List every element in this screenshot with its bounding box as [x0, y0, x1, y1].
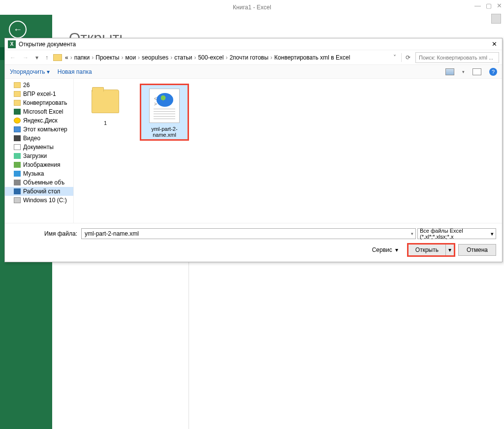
workbook-title: Книга1 - Excel: [233, 4, 271, 11]
minimize-icon[interactable]: —: [474, 2, 481, 9]
open-file-dialog: X Открытие документа ✕ ← → ▾ ↑ «› папки›…: [4, 38, 503, 262]
folder-icon: [14, 100, 21, 106]
new-folder-button[interactable]: Новая папка: [58, 68, 92, 75]
excel-icon: [14, 109, 21, 115]
tree-node-label: Конвертировать: [23, 99, 67, 106]
tree-node-label: Объемные объ: [23, 179, 64, 186]
docs-icon: [14, 144, 21, 150]
nav-forward-button[interactable]: →: [21, 53, 31, 62]
refresh-button[interactable]: ⟳: [401, 53, 412, 62]
search-input[interactable]: [415, 52, 499, 63]
filename-label: Имя файла:: [44, 230, 77, 237]
tree-node-label: Microsoft Excel: [23, 108, 63, 115]
folder-icon: [53, 54, 62, 61]
tree-node[interactable]: Рабочий стол: [5, 187, 73, 196]
nav-recent-dropdown[interactable]: ▾: [33, 53, 40, 62]
xml-file-label: yml-part-2-name.xml: [143, 126, 186, 138]
folder-icon: [14, 91, 21, 97]
video-icon: [14, 135, 21, 141]
preview-pane-button[interactable]: [472, 68, 481, 75]
tree-node[interactable]: Изображения: [5, 160, 73, 169]
back-button[interactable]: ←: [9, 21, 27, 38]
tree-node[interactable]: 26: [5, 81, 73, 90]
music-icon: [14, 171, 21, 177]
dl-icon: [14, 153, 21, 159]
chevron-down-icon: ▾: [395, 246, 398, 253]
excel-titlebar: Книга1 - Excel — ▢ ✕: [0, 0, 504, 15]
tree-node[interactable]: Windows 10 (C:): [5, 196, 73, 205]
tree-node[interactable]: Музыка: [5, 169, 73, 178]
close-icon[interactable]: ✕: [497, 2, 502, 9]
dialog-title: Открытие документа: [19, 41, 76, 48]
tree-node-label: Рабочий стол: [23, 188, 60, 195]
tree-node-label: Яндекс.Диск: [23, 117, 58, 124]
view-options-button[interactable]: [445, 68, 454, 75]
tree-node-label: Этот компьютер: [23, 126, 67, 133]
xml-file-item[interactable]: yml-part-2-name.xml: [140, 84, 189, 141]
tree-node-label: Windows 10 (C:): [23, 197, 67, 204]
folder-tree: 26ВПР excel-1КонвертироватьMicrosoft Exc…: [5, 79, 74, 223]
breadcrumb-dropdown[interactable]: ˅: [391, 53, 398, 62]
pc-icon: [14, 126, 21, 132]
folder-item[interactable]: 1: [81, 84, 130, 129]
service-menu[interactable]: Сервис ▾: [372, 246, 398, 253]
content-divider: [189, 262, 189, 429]
tree-node[interactable]: Видео: [5, 134, 73, 143]
img-icon: [14, 162, 21, 168]
backstage-sidebar-extend: [0, 262, 52, 429]
user-avatar[interactable]: [491, 14, 501, 24]
file-list: 1 yml-part-2-name.xml: [74, 79, 502, 223]
tree-node[interactable]: ВПР excel-1: [5, 90, 73, 98]
dialog-close-button[interactable]: ✕: [490, 40, 499, 48]
tree-node-label: Документы: [23, 144, 54, 151]
nav-up-button[interactable]: ↑: [43, 53, 50, 62]
organize-menu[interactable]: Упорядочить ▾: [10, 68, 50, 75]
tree-node[interactable]: Яндекс.Диск: [5, 116, 73, 125]
tree-node-label: ВПР excel-1: [23, 91, 56, 97]
xml-file-icon: [149, 89, 180, 123]
cancel-button[interactable]: Отмена: [458, 244, 496, 256]
excel-icon: X: [8, 40, 16, 48]
folder-icon: [14, 82, 21, 88]
desktop-icon: [14, 188, 21, 194]
tree-node-label: Музыка: [23, 170, 44, 177]
filename-input[interactable]: [81, 228, 416, 239]
tree-node[interactable]: Загрузки: [5, 152, 73, 160]
breadcrumb[interactable]: «› папки› Проекты› мои› seopulses› стать…: [65, 54, 388, 61]
tree-node-label: Видео: [23, 135, 40, 142]
help-button[interactable]: ?: [489, 68, 497, 76]
tree-node[interactable]: Конвертировать: [5, 98, 73, 107]
open-button[interactable]: Открыть ▾: [408, 244, 454, 256]
vol-icon: [14, 180, 21, 185]
tree-node[interactable]: Этот компьютер: [5, 125, 73, 134]
folder-icon: [92, 90, 119, 113]
tree-node[interactable]: Microsoft Excel: [5, 107, 73, 116]
nav-back-button[interactable]: ←: [8, 53, 18, 62]
tree-node-label: 26: [23, 82, 30, 89]
folder-label: 1: [84, 120, 127, 126]
tree-node[interactable]: Объемные объ: [5, 178, 73, 187]
tree-node[interactable]: Документы: [5, 143, 73, 152]
drive-icon: [14, 197, 21, 203]
filetype-select[interactable]: Все файлы Excel (*.xl*;*.xlsx;*.x▾: [417, 228, 496, 239]
open-dropdown[interactable]: ▾: [446, 246, 454, 253]
ydisk-icon: [14, 118, 21, 123]
tree-node-label: Загрузки: [23, 153, 47, 159]
maximize-icon[interactable]: ▢: [486, 2, 492, 9]
tree-node-label: Изображения: [23, 161, 60, 168]
